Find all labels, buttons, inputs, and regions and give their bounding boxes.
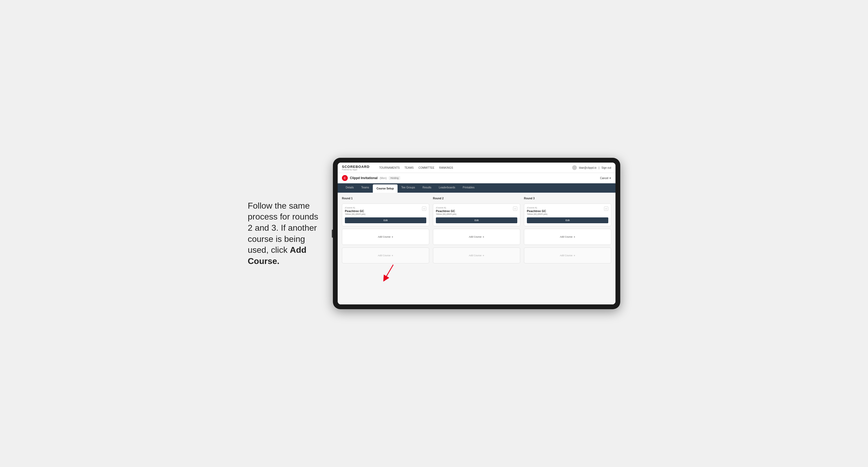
round-1-add-course-text-2: Add Course + [378,254,393,257]
tab-teams[interactable]: Teams [358,183,373,193]
tab-leaderboards[interactable]: Leaderboards [435,183,459,193]
round-2-label: Round 2 [433,197,520,200]
user-email: blair@clippd.io [579,166,597,169]
round-3-add-course-text-2: Add Course + [560,254,575,257]
round-3-plus-icon-1: + [574,235,575,239]
round-3-course-card: (Course A) Peachtree GC Yellow (M) (6629… [524,204,611,226]
round-1-plus-icon-1: + [392,235,393,239]
tab-printables[interactable]: Printables [459,183,478,193]
round-1-add-course-card-2[interactable]: Add Course + [342,247,429,263]
tablet-screen: SCOREBOARD Powered by clippd TOURNAMENTS… [338,163,616,304]
round-1-card-header: (Course A) Peachtree GC Yellow (M) (6629… [345,207,426,217]
round-3-edit-button[interactable]: Edit [527,217,608,223]
nav-links: TOURNAMENTS TEAMS COMMITTEE RANKINGS [379,165,566,170]
sign-out-link[interactable]: Sign out [601,165,611,170]
round-1-plus-icon-2: + [392,254,393,257]
round-3-remove-button[interactable]: □ [604,207,608,211]
tab-tee-groups[interactable]: Tee Groups [398,183,419,193]
round-2-add-course-text-2: Add Course + [469,254,484,257]
cancel-button[interactable]: Cancel ✕ [600,177,611,180]
tournament-name: Clippd Invitational [350,176,378,180]
main-content: Round 1 (Course A) Peachtree GC Yellow (… [338,193,616,304]
nav-right: blair@clippd.io | Sign out [572,165,611,170]
round-1-course-label: (Course A) [345,207,365,209]
round-3-course-name: Peachtree GC [527,210,547,213]
round-3-add-course-card-2: Add Course + [524,247,611,263]
round-1-column: Round 1 (Course A) Peachtree GC Yellow (… [342,197,429,263]
round-1-edit-button[interactable]: Edit [345,217,426,223]
rounds-grid: Round 1 (Course A) Peachtree GC Yellow (… [342,197,611,263]
round-2-remove-button[interactable]: □ [513,207,517,211]
nav-link-committee[interactable]: COMMITTEE [418,165,434,170]
round-2-plus-icon-1: + [483,235,484,239]
clippd-icon: C [342,175,348,181]
round-2-plus-icon-2: + [483,254,484,257]
round-2-course-label: (Course A) [436,207,456,209]
round-2-course-card: (Course A) Peachtree GC Yellow (M) (6629… [433,204,520,226]
nav-link-teams[interactable]: TEAMS [404,165,413,170]
round-2-card-header: (Course A) Peachtree GC Yellow (M) (6629… [436,207,517,217]
sub-header-left: C Clippd Invitational (Men) Hosting [342,175,400,181]
tab-bar: Details Teams Course Setup Tee Groups Re… [338,183,616,193]
hosting-badge: Hosting [389,176,400,180]
tab-course-setup[interactable]: Course Setup [373,184,398,193]
round-3-course-details: Yellow (M) (6629 yds) [527,213,547,215]
round-2-course-name: Peachtree GC [436,210,456,213]
round-1-label: Round 1 [342,197,429,200]
round-1-course-name: Peachtree GC [345,210,365,213]
nav-link-tournaments[interactable]: TOURNAMENTS [379,165,400,170]
logo-scoreboard: SCOREBOARD [342,165,370,169]
round-2-edit-button[interactable]: Edit [436,217,517,223]
round-3-label: Round 3 [524,197,611,200]
tab-results[interactable]: Results [419,183,435,193]
round-3-column: Round 3 (Course A) Peachtree GC Yellow (… [524,197,611,263]
round-1-course-details: Yellow (M) (6629 yds) [345,213,365,215]
round-1-add-course-text-1: Add Course + [378,235,393,239]
round-1-course-card: (Course A) Peachtree GC Yellow (M) (6629… [342,204,429,226]
user-avatar [572,165,577,170]
tablet-side-button [332,230,333,238]
round-3-plus-icon-2: + [574,254,575,257]
round-2-course-details: Yellow (M) (6629 yds) [436,213,456,215]
tablet-frame: SCOREBOARD Powered by clippd TOURNAMENTS… [333,158,620,309]
round-3-card-header: (Course A) Peachtree GC Yellow (M) (6629… [527,207,608,217]
round-1-add-course-card-1[interactable]: Add Course + [342,229,429,245]
nav-link-rankings[interactable]: RANKINGS [439,165,453,170]
page-wrapper: Follow the same process for rounds 2 and… [248,158,620,309]
nav-separator: | [599,166,599,169]
round-2-add-course-card-1[interactable]: Add Course + [433,229,520,245]
round-2-add-course-card-2: Add Course + [433,247,520,263]
round-2-add-course-text-1: Add Course + [469,235,484,239]
logo-powered: Powered by clippd [342,169,370,170]
round-1-remove-button[interactable]: □ [422,207,426,211]
round-3-add-course-text-1: Add Course + [560,235,575,239]
instruction-text: Follow the same process for rounds 2 and… [248,200,322,267]
tab-details[interactable]: Details [342,183,358,193]
round-3-add-course-card-1[interactable]: Add Course + [524,229,611,245]
sub-header: C Clippd Invitational (Men) Hosting Canc… [338,173,616,183]
round-3-course-label: (Course A) [527,207,547,209]
men-label: (Men) [380,177,386,180]
round-2-column: Round 2 (Course A) Peachtree GC Yellow (… [433,197,520,263]
top-nav: SCOREBOARD Powered by clippd TOURNAMENTS… [338,163,616,173]
logo-area: SCOREBOARD Powered by clippd [342,165,370,170]
